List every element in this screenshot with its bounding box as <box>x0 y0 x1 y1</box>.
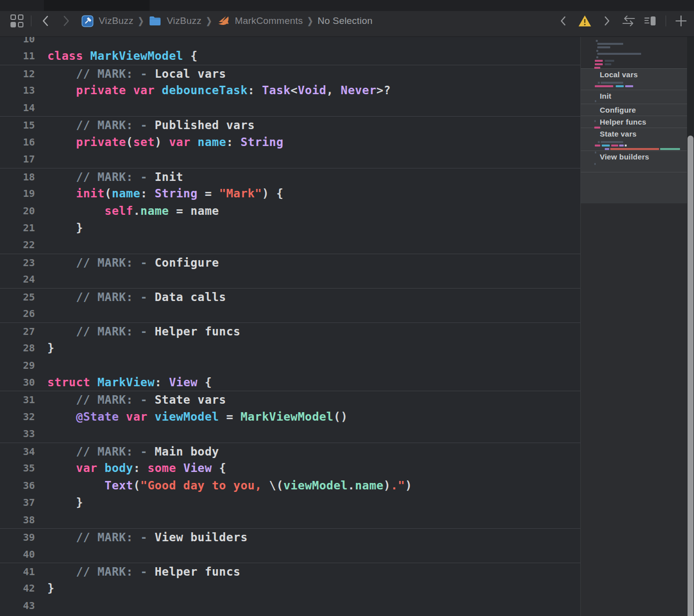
minimap-code-bar <box>595 145 600 147</box>
code-line-15[interactable]: 15 // MARK: - Published vars <box>0 116 580 133</box>
line-number[interactable]: 37 <box>0 494 35 511</box>
warning-icon[interactable] <box>578 14 592 28</box>
line-number[interactable]: 36 <box>0 477 35 494</box>
line-number[interactable]: 41 <box>0 563 35 580</box>
line-number[interactable]: 40 <box>0 546 35 563</box>
code-line-18[interactable]: 18 // MARK: - Init <box>0 168 580 185</box>
code-line-33[interactable]: 33 <box>0 425 580 442</box>
line-number[interactable]: 25 <box>0 289 35 306</box>
code-editor[interactable]: 1011class MarkViewModel {12 // MARK: - L… <box>0 37 580 616</box>
line-number[interactable]: 42 <box>0 580 35 597</box>
line-number[interactable]: 12 <box>0 65 35 82</box>
line-number[interactable]: 33 <box>0 425 35 442</box>
add-editor-icon[interactable] <box>674 14 688 28</box>
minimap-section-init[interactable]: Init <box>581 90 687 104</box>
line-number[interactable]: 23 <box>0 254 35 271</box>
minimap-code-bar <box>601 141 623 143</box>
minimap-section-state-vars[interactable]: State vars <box>581 128 687 151</box>
line-number[interactable]: 26 <box>0 305 35 322</box>
code-line-13[interactable]: 13 private var debounceTask: Task<Void, … <box>0 82 580 99</box>
code-text: } <box>47 580 54 597</box>
line-number[interactable]: 43 <box>0 597 35 614</box>
code-line-40[interactable]: 40 <box>0 546 580 563</box>
line-number[interactable]: 30 <box>0 374 35 391</box>
line-number[interactable]: 35 <box>0 460 35 476</box>
code-line-27[interactable]: 27 // MARK: - Helper funcs <box>0 322 580 339</box>
code-line-43[interactable]: 43 <box>0 597 580 614</box>
code-line-11[interactable]: 11class MarkViewModel { <box>0 47 580 64</box>
line-number[interactable]: 22 <box>0 236 35 253</box>
breadcrumb-chevron-icon: ❯ <box>206 16 212 26</box>
code-text: } <box>47 219 83 236</box>
code-line-32[interactable]: 32 @State var viewModel = MarkViewModel(… <box>0 408 580 425</box>
code-line-39[interactable]: 39 // MARK: - View builders <box>0 528 580 545</box>
code-line-26[interactable]: 26 <box>0 305 580 322</box>
code-line-30[interactable]: 30struct MarkView: View { <box>0 374 580 391</box>
code-line-24[interactable]: 24 <box>0 271 580 288</box>
line-number[interactable]: 11 <box>0 47 35 64</box>
code-line-42[interactable]: 42} <box>0 580 580 597</box>
line-number[interactable]: 28 <box>0 339 35 356</box>
minimap-section-trailing[interactable] <box>581 172 687 203</box>
line-number[interactable]: 39 <box>0 529 35 546</box>
minimap-section-helper-funcs[interactable]: Helper funcs <box>581 116 687 128</box>
code-line-10[interactable]: 10 <box>0 37 580 47</box>
line-number[interactable]: 19 <box>0 185 35 202</box>
breadcrumb-project-label: VizBuzz <box>99 15 134 26</box>
breadcrumb-file[interactable]: MarkComments <box>216 14 303 28</box>
back-chevron-icon[interactable] <box>38 14 52 28</box>
line-number[interactable]: 38 <box>0 511 35 528</box>
line-number[interactable]: 18 <box>0 168 35 185</box>
minimap[interactable]: Local varsInitConfigureHelper funcsState… <box>580 37 687 616</box>
related-items-grid-icon[interactable] <box>10 14 24 28</box>
code-line-21[interactable]: 21 } <box>0 219 580 236</box>
line-number[interactable]: 16 <box>0 134 35 151</box>
code-line-38[interactable]: 38 <box>0 511 580 528</box>
breadcrumb-project[interactable]: VizBuzz <box>80 14 134 28</box>
prev-issue-chevron-icon[interactable] <box>556 14 570 28</box>
code-text: self.name = name <box>47 202 219 219</box>
code-review-icon[interactable] <box>622 14 636 28</box>
vertical-scrollbar[interactable] <box>688 136 694 616</box>
code-line-36[interactable]: 36 Text("Good day to you, \(viewModel.na… <box>0 477 580 494</box>
code-line-31[interactable]: 31 // MARK: - State vars <box>0 391 580 408</box>
minimap-section-configure[interactable]: Configure <box>581 104 687 116</box>
code-line-29[interactable]: 29 <box>0 357 580 374</box>
swift-icon <box>216 14 230 28</box>
code-line-41[interactable]: 41 // MARK: - Helper funcs <box>0 563 580 580</box>
code-line-20[interactable]: 20 self.name = name <box>0 202 580 219</box>
code-line-22[interactable]: 22 <box>0 236 580 253</box>
line-number[interactable]: 17 <box>0 151 35 167</box>
code-line-34[interactable]: 34 // MARK: - Main body <box>0 443 580 460</box>
minimap-section-view-builders[interactable]: View builders <box>581 151 687 172</box>
line-number[interactable]: 24 <box>0 271 35 288</box>
code-line-35[interactable]: 35 var body: some View { <box>0 460 580 476</box>
forward-chevron-icon[interactable] <box>59 14 73 28</box>
line-number[interactable]: 14 <box>0 99 35 116</box>
code-line-19[interactable]: 19 init(name: String = "Mark") { <box>0 185 580 202</box>
code-line-12[interactable]: 12 // MARK: - Local vars <box>0 65 580 82</box>
line-number[interactable]: 21 <box>0 219 35 236</box>
line-number[interactable]: 34 <box>0 443 35 460</box>
line-number[interactable]: 20 <box>0 202 35 219</box>
code-line-28[interactable]: 28} <box>0 339 580 356</box>
minimap-code-bar <box>597 43 623 45</box>
code-line-16[interactable]: 16 private(set) var name: String <box>0 134 580 151</box>
breadcrumb-selection[interactable]: No Selection <box>318 15 372 26</box>
line-number[interactable]: 31 <box>0 391 35 408</box>
next-issue-chevron-icon[interactable] <box>600 14 614 28</box>
code-line-14[interactable]: 14 <box>0 99 580 116</box>
line-number[interactable]: 29 <box>0 357 35 374</box>
code-line-25[interactable]: 25 // MARK: - Data calls <box>0 288 580 305</box>
code-line-17[interactable]: 17 <box>0 151 580 167</box>
code-line-23[interactable]: 23 // MARK: - Configure <box>0 254 580 271</box>
minimap-section-label: Helper funcs <box>600 118 646 126</box>
breadcrumb-group[interactable]: VizBuzz <box>148 14 201 28</box>
line-number[interactable]: 15 <box>0 117 35 134</box>
code-line-37[interactable]: 37 } <box>0 494 580 511</box>
editor-options-icon[interactable] <box>644 14 658 28</box>
line-number[interactable]: 27 <box>0 323 35 340</box>
line-number[interactable]: 13 <box>0 82 35 99</box>
line-number[interactable]: 32 <box>0 408 35 425</box>
line-number[interactable]: 10 <box>0 37 35 47</box>
